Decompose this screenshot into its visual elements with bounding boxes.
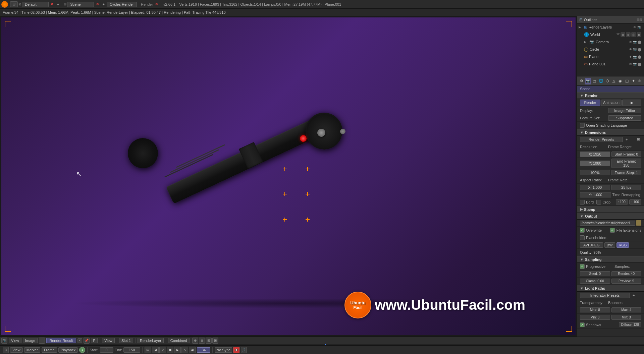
render-collapse-icon[interactable]: ▼ [580, 94, 584, 98]
render-button[interactable]: Render [580, 100, 600, 106]
jump-end-button[interactable]: ⏭ [189, 347, 196, 353]
res-y-input[interactable]: Y: 1080 [580, 161, 610, 166]
integrator-presets-select[interactable]: Integrator Presets [580, 293, 630, 298]
display-value-select[interactable]: Image Editor [608, 108, 641, 113]
light-paths-collapse-icon[interactable]: ▼ [580, 286, 584, 290]
camera-select-icon[interactable]: ⬤ [638, 40, 641, 44]
screen-layout-select[interactable]: Default [22, 2, 49, 7]
render-engine-select[interactable]: Cycles Render [107, 2, 137, 7]
file-ext-checkbox[interactable] [610, 228, 615, 233]
outliner-item-camera[interactable]: ▶ 📷 Camera 👁 📷 ⬤ [577, 38, 644, 46]
animation-button[interactable]: Animation [601, 100, 622, 106]
aspect-x-input[interactable]: X: 1.000 [580, 185, 610, 190]
current-frame-input[interactable]: 34 [197, 347, 210, 353]
placeholders-checkbox[interactable] [580, 235, 585, 240]
bw-button[interactable]: BW [604, 242, 615, 248]
start-frame-input[interactable]: Start Frame: 0 [611, 152, 642, 157]
outliner-item-renderlayers[interactable]: ▶ ⊞ RenderLayers 👁 📷 [577, 23, 644, 31]
remap-new-input[interactable]: : 100 [629, 199, 641, 204]
props-texture-icon[interactable]: ◫ [624, 78, 630, 84]
combined-select[interactable]: Combined [168, 338, 190, 343]
play-button[interactable]: ▶ [622, 100, 641, 106]
plane-render-icon[interactable]: 📷 [633, 55, 637, 59]
integrator-presets-add-icon[interactable]: + [631, 293, 636, 297]
props-mesh-icon[interactable]: △ [611, 78, 616, 84]
feature-set-select[interactable]: Supported [608, 115, 641, 121]
outliner-item-circle[interactable]: ◯ Circle 👁 📷 ⬤ [577, 46, 644, 53]
slot-select[interactable]: Slot 1 [119, 338, 133, 343]
render-presets-remove-icon[interactable]: - [630, 137, 634, 141]
file-path-input[interactable]: /home/m/blender/test/lightsaber1 [580, 221, 635, 226]
jump-start-button[interactable]: ⏮ [145, 347, 151, 353]
f-label[interactable]: F [91, 338, 98, 343]
plane001-render-icon[interactable]: 📷 [633, 62, 637, 66]
timeline-view-menu[interactable]: View [10, 347, 23, 353]
camera-render-icon[interactable]: 📷 [633, 40, 637, 44]
world-action4-icon[interactable]: ◎ [631, 32, 636, 37]
plane-eye-icon[interactable]: 👁 [629, 55, 632, 59]
overwrite-checkbox[interactable] [580, 228, 585, 233]
aspect-y-input[interactable]: Y: 1.000 [580, 192, 611, 197]
seed-input[interactable]: Seed: 0 [580, 271, 610, 276]
props-object-icon[interactable]: ⬡ [604, 78, 610, 84]
outliner-item-world[interactable]: 🌐 World 👁 ◉ ◈ ◎ ◆ [577, 31, 644, 38]
preview-samples-input[interactable]: Preview: 5 [611, 279, 642, 284]
bord-checkbox[interactable] [580, 200, 585, 204]
timeline-editor-icon[interactable]: ⏱ [3, 347, 9, 353]
bounces-min-input[interactable]: Min: 3 [611, 315, 642, 320]
world-action3-icon[interactable]: ◈ [626, 32, 631, 37]
stop-button[interactable]: ◼ [167, 347, 173, 353]
circle-render-icon[interactable]: 📷 [633, 48, 637, 51]
play-button-ctrl[interactable]: ▶ [174, 347, 181, 353]
render-presets-add-icon[interactable]: + [624, 137, 629, 141]
close-scene-button[interactable]: ✕ [95, 2, 100, 6]
fullscreen-icon[interactable]: ⊠ [212, 338, 218, 344]
image-slot-prev-icon[interactable] [39, 338, 45, 344]
play-reverse-button[interactable]: ◁ [159, 347, 166, 353]
frame-step-input[interactable]: Frame Step: 1 [611, 170, 642, 175]
crop-checkbox[interactable] [596, 200, 601, 204]
diffuse-input[interactable]: Diffuse: 128 [619, 322, 641, 327]
circle-eye-icon[interactable]: 👁 [629, 48, 632, 51]
editor-type-select[interactable]: ⊞ [10, 1, 18, 7]
plane001-select-icon[interactable]: ⬤ [638, 62, 641, 66]
render-result-button[interactable]: Render Result [46, 338, 76, 343]
world-action5-icon[interactable]: ◆ [637, 32, 641, 37]
output-collapse-icon[interactable]: ▼ [580, 214, 584, 218]
renderlayers-render-icon[interactable]: 📷 [637, 25, 641, 29]
view-menu[interactable]: View [9, 338, 21, 343]
render-samples-input[interactable]: Render: 40 [611, 271, 642, 276]
camera-eye-icon[interactable]: 👁 [629, 40, 632, 44]
image-menu[interactable]: Image [23, 338, 38, 343]
integrator-presets-remove-icon[interactable]: - [637, 293, 641, 297]
scene-name-input[interactable]: Scene [67, 2, 94, 7]
plane001-eye-icon[interactable]: 👁 [629, 62, 632, 66]
bounces-max-input[interactable]: Max: 4 [611, 307, 642, 312]
world-eye-icon[interactable]: 👁 [616, 32, 620, 37]
end-frame-ctrl[interactable]: 150 [123, 347, 140, 353]
transparency-max-input[interactable]: Max: 8 [580, 307, 610, 312]
outliner-item-plane[interactable]: ▭ Plane 👁 📷 ⬤ [577, 53, 644, 60]
timeline-ruler-area[interactable]: -2+00 -1+13 -1+00 -0+13 -0+00 +0+13 +1+0… [0, 344, 644, 345]
shadows-checkbox[interactable] [580, 322, 585, 327]
progressive-checkbox[interactable] [580, 264, 585, 269]
props-particles-icon[interactable]: ✦ [630, 78, 636, 84]
shading-lang-checkbox[interactable] [580, 123, 585, 128]
props-physics-icon[interactable]: ⚛ [637, 78, 643, 84]
clamp-input[interactable]: Clamp: 0.00 [580, 279, 610, 284]
zoom-out-icon[interactable]: ⊖ [199, 338, 205, 344]
render-presets-more-icon[interactable]: ⊞ [636, 137, 641, 141]
frame-rate-select[interactable]: 25 fps [611, 185, 642, 190]
sync-sound-button[interactable]: 🎵 [241, 347, 247, 353]
remap-old-input[interactable]: : 100 [616, 199, 628, 204]
pin-icon[interactable]: 📌 [84, 338, 90, 344]
timeline-playback-menu[interactable]: Playback [58, 347, 78, 353]
props-scene-icon[interactable]: ⚙ [579, 78, 584, 84]
zoom-in-icon[interactable]: ⊕ [192, 338, 198, 344]
close-render-result-icon[interactable]: ✕ [77, 338, 82, 343]
res-x-input[interactable]: X: 1920 [580, 152, 610, 157]
plane-select-icon[interactable]: ⬤ [638, 55, 641, 59]
next-frame-button[interactable]: ▷ [181, 347, 188, 353]
record-button[interactable]: ● [79, 347, 85, 353]
render-presets-select[interactable]: Render Presets [580, 137, 623, 142]
